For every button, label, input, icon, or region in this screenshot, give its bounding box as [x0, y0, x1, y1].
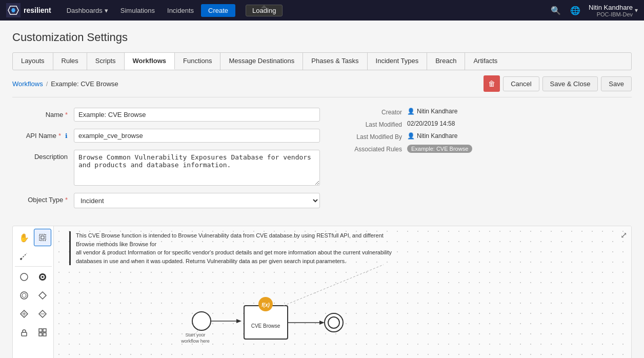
- meta-associated-rules-label: Associated Rules: [340, 145, 407, 153]
- nav-incidents[interactable]: Incidents: [162, 5, 199, 16]
- svg-text:CVE Browse: CVE Browse: [251, 323, 280, 329]
- tool-diamond-plus[interactable]: [15, 305, 33, 323]
- cancel-button[interactable]: Cancel: [503, 76, 539, 91]
- tab-message-destinations[interactable]: Message Destinations: [220, 53, 303, 70]
- meta-last-modified-row: Last Modified 02/20/2019 14:58: [340, 120, 484, 128]
- meta-last-modified-by-value: 👤 Nitin Kandhare: [407, 132, 457, 140]
- object-type-field-row: Object Type * Incident: [12, 193, 320, 208]
- meta-creator-row: Creator 👤 Nitin Kandhare: [340, 108, 484, 116]
- tab-phases-tasks[interactable]: Phases & Tasks: [303, 53, 367, 70]
- meta-associated-rules-row: Associated Rules Example: CVE Browse: [340, 145, 484, 153]
- tab-functions[interactable]: Functions: [175, 53, 220, 70]
- svg-text:f(x): f(x): [261, 302, 270, 308]
- tool-split[interactable]: [34, 324, 51, 341]
- meta-last-modified-label: Last Modified: [340, 120, 407, 128]
- form-fields: Name * API Name * ℹ Description Br: [12, 108, 320, 215]
- user-chevron-icon: ▾: [635, 7, 638, 14]
- form-meta: Creator 👤 Nitin Kandhare Last Modified 0…: [340, 108, 484, 215]
- svg-point-6: [20, 258, 22, 260]
- workflow-svg: f(x) CVE Browse Start your workflow here: [54, 226, 631, 358]
- create-button[interactable]: Create: [201, 4, 235, 17]
- action-buttons: 🗑 Cancel Save & Close Save: [484, 75, 632, 92]
- tool-lock[interactable]: [15, 324, 33, 341]
- user-icon: 👤: [407, 108, 415, 115]
- svg-line-5: [21, 253, 27, 259]
- breadcrumb-current: Example: CVE Browse: [51, 80, 118, 88]
- svg-point-34: [328, 317, 339, 328]
- globe-icon-button[interactable]: 🌐: [569, 5, 581, 16]
- top-navigation: resilient Dashboards ▾ Simulations Incid…: [0, 0, 644, 21]
- svg-rect-23: [43, 333, 46, 336]
- meta-creator-value: 👤 Nitin Kandhare: [407, 108, 457, 115]
- tool-hand[interactable]: ✋: [15, 229, 33, 246]
- meta-last-modified-by-label: Last Modified By: [340, 132, 407, 141]
- associated-rules-tag[interactable]: Example: CVE Browse: [407, 145, 472, 153]
- logo-text: resilient: [24, 6, 51, 14]
- tab-artifacts[interactable]: Artifacts: [465, 53, 506, 70]
- meta-last-modified-by-row: Last Modified By 👤 Nitin Kandhare: [340, 132, 484, 141]
- svg-point-11: [21, 292, 28, 299]
- meta-associated-rules-value: Example: CVE Browse: [407, 145, 472, 153]
- tab-bar: Layouts Rules Scripts Workflows Function…: [12, 52, 632, 70]
- meta-creator-label: Creator: [340, 108, 407, 116]
- page-title: Customization Settings: [12, 31, 632, 44]
- page-content: Customization Settings Layouts Rules Scr…: [0, 21, 644, 358]
- svg-point-24: [192, 312, 211, 330]
- tool-draw[interactable]: [15, 247, 33, 265]
- tool-sidebar: ✋: [13, 226, 54, 358]
- save-close-button[interactable]: Save & Close: [542, 76, 598, 91]
- name-field-row: Name *: [12, 108, 320, 122]
- tab-layouts[interactable]: Layouts: [13, 53, 53, 70]
- svg-marker-32: [319, 321, 325, 325]
- object-type-select[interactable]: Incident: [74, 193, 320, 208]
- object-type-required: *: [65, 196, 68, 204]
- meta-last-modified-value: 02/20/2019 14:58: [407, 120, 455, 127]
- object-type-label: Object Type *: [12, 193, 74, 204]
- description-textarea[interactable]: Browse Common Vulnerability Exposures Da…: [74, 150, 320, 186]
- svg-text:Start your: Start your: [185, 332, 205, 337]
- tab-workflows[interactable]: Workflows: [125, 53, 175, 70]
- tool-circle-empty[interactable]: [15, 268, 33, 286]
- svg-point-10: [42, 276, 44, 278]
- svg-rect-22: [39, 333, 42, 336]
- breadcrumb-workflows-link[interactable]: Workflows: [12, 80, 43, 88]
- tab-incident-types[interactable]: Incident Types: [368, 53, 428, 70]
- svg-marker-26: [236, 319, 242, 323]
- svg-point-12: [22, 293, 26, 297]
- chevron-down-icon: ▾: [105, 7, 108, 14]
- tool-target[interactable]: [15, 287, 33, 304]
- svg-rect-3: [39, 234, 46, 241]
- tool-select[interactable]: [34, 229, 51, 246]
- svg-line-35: [284, 265, 384, 306]
- description-label: Description: [12, 150, 74, 161]
- nav-simulations[interactable]: Simulations: [115, 5, 160, 16]
- tool-diamond-minus[interactable]: [34, 305, 51, 323]
- api-name-label-group: API Name * ℹ: [12, 129, 74, 140]
- svg-rect-4: [41, 236, 44, 239]
- svg-rect-20: [39, 329, 42, 332]
- breadcrumb: Workflows / Example: CVE Browse: [12, 80, 118, 88]
- nav-dashboards[interactable]: Dashboards ▾: [62, 5, 113, 16]
- sub-header: Workflows / Example: CVE Browse 🗑 Cancel…: [12, 70, 632, 97]
- resilient-logo-icon: [6, 3, 21, 17]
- logo-area: resilient: [6, 3, 51, 17]
- api-name-input[interactable]: [74, 129, 320, 143]
- tab-rules[interactable]: Rules: [53, 53, 87, 70]
- tab-breach[interactable]: Breach: [427, 53, 465, 70]
- svg-rect-19: [22, 332, 27, 336]
- breadcrumb-separator: /: [46, 80, 48, 88]
- user-icon-2: 👤: [407, 132, 415, 140]
- save-button[interactable]: Save: [601, 76, 632, 91]
- name-input[interactable]: [74, 108, 320, 122]
- tool-circle-filled[interactable]: [34, 268, 51, 286]
- delete-button[interactable]: 🗑: [484, 75, 500, 92]
- tool-diamond[interactable]: [34, 287, 51, 304]
- api-name-info-icon[interactable]: ℹ: [65, 132, 68, 140]
- svg-marker-13: [39, 292, 46, 299]
- search-icon-button[interactable]: 🔍: [550, 5, 562, 16]
- user-menu[interactable]: Nitin Kandhare POC-IBM-Dev ▾: [589, 4, 638, 17]
- tab-scripts[interactable]: Scripts: [87, 53, 125, 70]
- form-section: Name * API Name * ℹ Description Br: [12, 108, 632, 215]
- description-field-row: Description Browse Common Vulnerability …: [12, 150, 320, 186]
- nav-links: Dashboards ▾ Simulations Incidents Creat…: [62, 4, 550, 17]
